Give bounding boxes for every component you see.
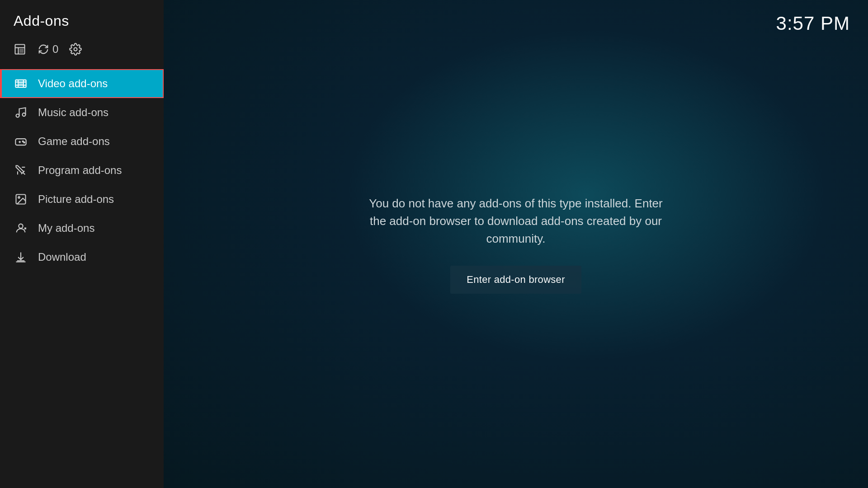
enter-browser-button[interactable]: Enter add-on browser bbox=[450, 266, 581, 294]
svg-point-4 bbox=[74, 48, 77, 51]
svg-line-19 bbox=[23, 173, 25, 175]
settings-icon[interactable] bbox=[69, 43, 82, 56]
clock: 3:57 PM bbox=[776, 13, 850, 34]
refresh-icon[interactable]: 0 bbox=[37, 43, 58, 56]
sidebar: Add-ons 0 bbox=[0, 0, 164, 488]
empty-text: You do not have any add-ons of this type… bbox=[362, 195, 670, 248]
svg-point-24 bbox=[19, 224, 23, 228]
svg-rect-10 bbox=[19, 83, 23, 85]
sidebar-item-program[interactable]: Program add-ons bbox=[0, 156, 164, 185]
sidebar-item-game[interactable]: Game add-ons bbox=[0, 127, 164, 156]
svg-point-23 bbox=[18, 197, 20, 198]
music-icon bbox=[14, 106, 28, 119]
svg-point-11 bbox=[16, 114, 19, 117]
toolbar: 0 bbox=[0, 34, 164, 65]
sidebar-item-picture-label: Picture add-ons bbox=[38, 193, 114, 206]
updates-count: 0 bbox=[52, 43, 58, 56]
sidebar-item-my[interactable]: My add-ons bbox=[0, 214, 164, 243]
sidebar-item-game-label: Game add-ons bbox=[38, 135, 110, 148]
picture-icon bbox=[14, 193, 28, 206]
sidebar-nav: Video add-ons Music add-ons bbox=[0, 69, 164, 272]
sidebar-item-video-label: Video add-ons bbox=[38, 77, 108, 90]
my-icon bbox=[14, 222, 28, 235]
sidebar-item-download-label: Download bbox=[38, 251, 86, 263]
sidebar-item-download[interactable]: Download bbox=[0, 243, 164, 272]
sidebar-item-my-label: My add-ons bbox=[38, 222, 94, 235]
program-icon bbox=[14, 164, 28, 177]
sidebar-item-music[interactable]: Music add-ons bbox=[0, 98, 164, 127]
main-content: 3:57 PM You do not have any add-ons of t… bbox=[164, 0, 868, 488]
sidebar-item-picture[interactable]: Picture add-ons bbox=[0, 185, 164, 214]
empty-state: You do not have any add-ons of this type… bbox=[344, 195, 688, 294]
sidebar-item-program-label: Program add-ons bbox=[38, 164, 122, 177]
svg-point-17 bbox=[24, 142, 24, 143]
addons-icon[interactable] bbox=[14, 43, 26, 56]
download-icon bbox=[14, 251, 28, 263]
sidebar-header: Add-ons bbox=[0, 0, 164, 34]
video-icon bbox=[14, 77, 28, 90]
svg-point-16 bbox=[23, 141, 24, 142]
svg-rect-3 bbox=[20, 49, 23, 52]
app-title: Add-ons bbox=[14, 13, 69, 29]
svg-point-12 bbox=[23, 113, 26, 116]
game-icon bbox=[14, 135, 28, 148]
sidebar-item-video[interactable]: Video add-ons bbox=[0, 69, 164, 98]
sidebar-item-music-label: Music add-ons bbox=[38, 106, 108, 119]
